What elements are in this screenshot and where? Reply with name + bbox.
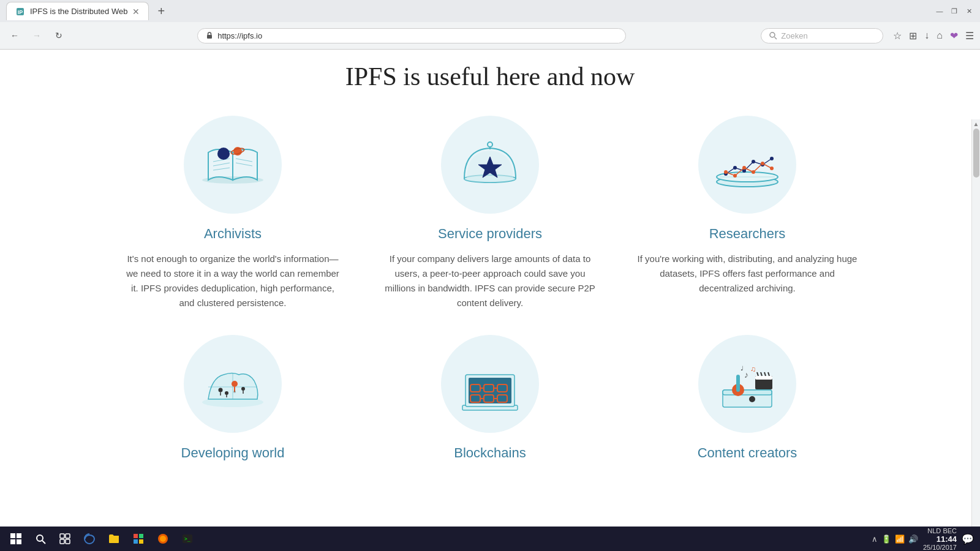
tab-title: IPFS is the Distributed Web xyxy=(30,7,127,16)
developing-world-icon xyxy=(193,353,273,414)
menu-icon[interactable]: ☰ xyxy=(965,30,974,42)
svg-rect-72 xyxy=(10,533,15,538)
svg-point-87 xyxy=(160,536,166,542)
lock-icon xyxy=(205,31,214,40)
svg-text:♩: ♩ xyxy=(741,365,744,372)
svg-rect-2 xyxy=(207,35,212,39)
refresh-button[interactable]: ↻ xyxy=(50,27,67,44)
title-bar: IP IPFS is the Distributed Web ✕ + — ❐ ✕ xyxy=(0,0,980,22)
scroll-up-arrow[interactable]: ▲ xyxy=(972,119,980,129)
blockchains-icon-wrapper xyxy=(441,335,539,433)
svg-text:>_: >_ xyxy=(184,536,190,542)
window-controls: — ❐ ✕ xyxy=(935,6,974,16)
svg-point-26 xyxy=(733,166,737,170)
start-button[interactable] xyxy=(6,529,26,549)
windows-store-icon xyxy=(132,533,145,545)
svg-line-8 xyxy=(213,163,230,166)
tab-strip: IP IPFS is the Distributed Web ✕ + xyxy=(6,2,170,20)
svg-line-67 xyxy=(764,372,766,376)
task-view-button[interactable] xyxy=(55,529,75,549)
firefox-icon[interactable] xyxy=(153,529,173,549)
pocket-icon[interactable]: ❤ xyxy=(950,30,958,42)
svg-point-76 xyxy=(37,535,43,541)
svg-rect-75 xyxy=(17,539,21,544)
svg-point-42 xyxy=(219,388,223,392)
developing-world-title: Developing world xyxy=(123,445,343,461)
active-tab[interactable]: IP IPFS is the Distributed Web ✕ xyxy=(6,2,149,20)
archivists-icon xyxy=(196,134,270,195)
cards-row-2: Developing world xyxy=(0,335,980,471)
minimize-button[interactable]: — xyxy=(935,6,944,16)
cards-row-1: Archivists It's not enough to organize t… xyxy=(0,116,980,310)
download-icon[interactable]: ↓ xyxy=(924,30,929,41)
locale-currency: NLD BEC xyxy=(927,527,957,534)
svg-rect-79 xyxy=(66,534,70,538)
scrollbar[interactable]: ▲ xyxy=(971,119,980,531)
taskbar-search-icon xyxy=(35,533,46,544)
home-icon[interactable]: ⌂ xyxy=(937,30,943,41)
svg-point-33 xyxy=(742,166,746,170)
close-button[interactable]: ✕ xyxy=(964,6,974,16)
search-icon xyxy=(769,31,777,40)
search-bar[interactable]: Zoeken xyxy=(761,28,883,43)
svg-line-68 xyxy=(768,372,769,376)
restore-button[interactable]: ❐ xyxy=(949,6,959,16)
svg-point-41 xyxy=(233,391,236,393)
forward-button: → xyxy=(28,27,45,44)
back-button[interactable]: ← xyxy=(6,27,23,44)
file-explorer-icon[interactable] xyxy=(104,529,124,549)
taskbar: >_ ∧ 🔋 📶 🔊 NLD BEC 11:44 25/10/2017 💬 xyxy=(0,527,980,551)
url-text: https://ipfs.io xyxy=(217,31,262,40)
svg-rect-74 xyxy=(10,539,15,544)
svg-rect-81 xyxy=(66,539,70,544)
battery-icon[interactable]: 🔋 xyxy=(881,534,891,544)
researchers-icon-wrapper xyxy=(698,116,796,214)
clock-area[interactable]: NLD BEC 11:44 25/10/2017 xyxy=(923,527,957,551)
svg-text:IP: IP xyxy=(18,9,23,15)
card-developing-world: Developing world xyxy=(123,335,343,471)
new-tab-button[interactable]: + xyxy=(153,4,170,18)
svg-point-44 xyxy=(241,387,245,391)
tray-icons: ∧ 🔋 📶 🔊 xyxy=(872,534,918,544)
svg-line-66 xyxy=(761,372,762,376)
edge-browser-icon[interactable] xyxy=(80,529,99,549)
scrollbar-thumb[interactable] xyxy=(973,129,979,178)
tab-close-button[interactable]: ✕ xyxy=(132,7,140,17)
toolbar-icons: ☆ ⊞ ↓ ⌂ ❤ ☰ xyxy=(893,30,974,42)
browser-chrome: IP IPFS is the Distributed Web ✕ + — ❐ ✕… xyxy=(0,0,980,50)
svg-point-43 xyxy=(225,391,228,395)
svg-text:♪: ♪ xyxy=(744,370,748,380)
content-creators-icon: ♪ ♫ ♩ xyxy=(707,350,787,418)
svg-point-12 xyxy=(217,148,230,160)
task-view-icon xyxy=(59,533,70,544)
address-bar: ← → ↻ https://ipfs.io Zoeken ☆ ⊞ ↓ ⌂ ❤ ☰ xyxy=(0,22,980,49)
svg-rect-84 xyxy=(134,539,138,544)
terminal-taskbar-icon: >_ xyxy=(181,533,194,545)
svg-point-3 xyxy=(770,32,775,37)
svg-point-28 xyxy=(752,160,755,163)
svg-point-36 xyxy=(770,167,774,170)
svg-text:♫: ♫ xyxy=(750,365,756,373)
svg-rect-78 xyxy=(60,534,64,538)
service-providers-desc: If your company delivers large amounts o… xyxy=(380,252,600,310)
archivists-icon-wrapper xyxy=(184,116,282,214)
svg-line-65 xyxy=(757,372,758,376)
bookmark-icon[interactable]: ☆ xyxy=(893,30,902,42)
store-icon[interactable] xyxy=(129,529,148,549)
edge-icon xyxy=(83,533,96,545)
bookmark-manager-icon[interactable]: ⊞ xyxy=(909,30,917,42)
up-arrow-tray[interactable]: ∧ xyxy=(872,534,878,544)
svg-line-11 xyxy=(236,163,252,166)
volume-icon[interactable]: 🔊 xyxy=(908,534,918,544)
url-bar[interactable]: https://ipfs.io xyxy=(197,28,626,43)
svg-point-35 xyxy=(761,162,764,165)
svg-line-10 xyxy=(236,159,252,162)
page-main-title: IPFS is useful here and now xyxy=(0,62,980,91)
service-providers-icon xyxy=(453,131,527,198)
network-icon[interactable]: 📶 xyxy=(895,534,905,544)
notification-icon[interactable]: 💬 xyxy=(962,533,974,545)
search-taskbar-button[interactable] xyxy=(31,529,50,549)
terminal-icon[interactable]: >_ xyxy=(178,529,197,549)
svg-rect-59 xyxy=(723,390,772,395)
svg-rect-61 xyxy=(736,375,740,392)
